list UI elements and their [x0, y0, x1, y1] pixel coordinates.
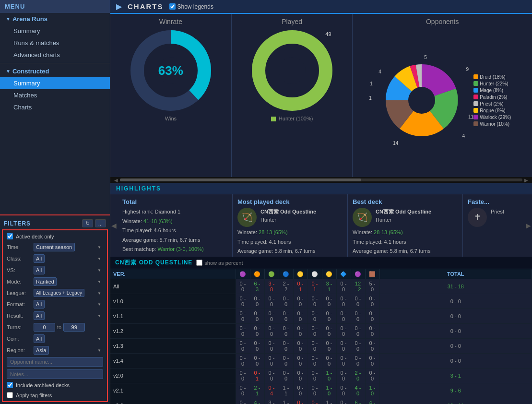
- svg-point-6: [408, 87, 435, 114]
- td-cell: 0 - 0: [264, 368, 279, 383]
- td-cell: 0 - 0: [351, 309, 365, 324]
- played-panel: Played 49 Hunter (100%): [232, 14, 353, 177]
- show-legends-checkbox[interactable]: [169, 3, 176, 10]
- filter-result-select[interactable]: All: [34, 311, 45, 320]
- fastest-icon: ✝: [468, 208, 487, 227]
- td-cell: 0 - 0: [322, 354, 336, 368]
- td-cell: 0 - 0: [322, 339, 336, 354]
- highlight-fastest-title: Faste...: [468, 198, 525, 205]
- table-row: v2.00 - 00 - 10 - 00 - 00 - 00 - 01 - 00…: [110, 368, 532, 383]
- td-cell: 0 - 0: [365, 368, 379, 383]
- filters-header-btns: ↻ ...: [82, 219, 106, 227]
- td-cell: 0 - 0: [307, 339, 322, 354]
- legend-warlock: Warlock (29%): [473, 115, 511, 120]
- highlight-most-played-title: Most played deck: [237, 198, 343, 205]
- td-cell: 0 - 0: [293, 324, 307, 339]
- filters-more-btn[interactable]: ...: [95, 219, 106, 227]
- scroll-right-arrow[interactable]: ▶: [522, 178, 530, 183]
- show-percent-checkbox[interactable]: [196, 260, 202, 266]
- notes-input-wrap: [3, 368, 107, 380]
- most-played-class: Hunter: [260, 216, 316, 224]
- highlights-left-arrow[interactable]: ◀: [110, 194, 118, 257]
- active-deck-label: Active deck only: [16, 234, 54, 239]
- filter-class-select[interactable]: All: [34, 254, 45, 263]
- sidebar-item-runs-matches[interactable]: Runs & matches: [0, 37, 110, 49]
- table-row: v2.10 - 02 - 10 - 41 - 10 - 00 - 01 - 00…: [110, 383, 532, 398]
- td-ver: v1.1: [110, 309, 236, 324]
- sidebar-divider: [0, 63, 110, 63]
- td-cell: 1 - 1: [279, 398, 293, 404]
- th-class-7: 🟡: [322, 269, 336, 279]
- filter-class-wrap: All: [34, 254, 103, 263]
- sidebar-item-constructed[interactable]: ▼ Constructed: [0, 65, 110, 77]
- filters-section: FILTERS ↻ ... Active deck only Time:: [0, 214, 110, 404]
- td-cell: 0 - 0: [336, 339, 351, 354]
- highlight-best-deck: Best deck 🏹 CN西索 Odd Questline Hunter Wi…: [348, 194, 463, 257]
- td-cell: 0 - 0: [307, 383, 322, 398]
- charts-scrollbar: ◀ ▶: [110, 177, 532, 183]
- filter-mode-select[interactable]: Ranked: [34, 277, 57, 286]
- filter-format-select[interactable]: All: [34, 300, 45, 309]
- td-cell: 0 - 0: [293, 383, 307, 398]
- td-cell: 9 - 6: [379, 383, 532, 398]
- legend-priest: Priest (2%): [473, 101, 511, 107]
- td-cell: 3 - 1: [379, 368, 532, 383]
- played-title: Played: [282, 18, 302, 25]
- td-cell: 3 - 4: [264, 398, 279, 404]
- th-class-5: 🟡: [293, 269, 307, 279]
- filter-mode-row: Mode: Ranked: [3, 276, 107, 287]
- td-cell: 3 - 1: [322, 279, 336, 294]
- sidebar-item-advanced-charts[interactable]: Advanced charts: [0, 49, 110, 61]
- include-archived-checkbox[interactable]: [7, 382, 13, 388]
- apply-tag-row: Apply tag filters: [3, 390, 107, 400]
- highlight-total-rank: Highest rank: Diamond 1: [122, 208, 227, 216]
- filter-region-row: Region: Asia: [3, 345, 107, 356]
- filter-time-select[interactable]: Current season: [34, 243, 75, 251]
- td-cell: 0 - 0: [336, 368, 351, 383]
- turns-from-input[interactable]: [34, 323, 55, 332]
- highlights-right-arrow[interactable]: ▶: [525, 194, 532, 257]
- filter-region-select[interactable]: Asia: [34, 346, 49, 355]
- charts-icon: ▶: [116, 2, 122, 11]
- opponent-input[interactable]: [7, 357, 103, 367]
- th-class-4: 🔵: [279, 269, 293, 279]
- td-cell: 0 - 0: [264, 294, 279, 309]
- highlights-section: Total Highest rank: Diamond 1 Winrate: 4…: [118, 194, 525, 257]
- winrate-panel: Winrate 63% Wins: [110, 14, 232, 177]
- td-cell: 0 - 0: [336, 354, 351, 368]
- notes-input[interactable]: [7, 369, 103, 379]
- filters-header: FILTERS ↻ ...: [0, 217, 110, 229]
- best-deck-info: CN西索 Odd Questline Hunter: [376, 208, 431, 227]
- active-deck-checkbox[interactable]: [7, 233, 13, 239]
- scroll-left-arrow[interactable]: ◀: [112, 178, 120, 183]
- td-cell: 0 - 0: [293, 339, 307, 354]
- pie-num-11: 11: [468, 114, 473, 119]
- filters-refresh-btn[interactable]: ↻: [82, 219, 93, 227]
- sidebar-item-arena-runs[interactable]: ▼ Arena Runs: [0, 13, 110, 25]
- best-deck-icon: 🏹: [353, 208, 372, 227]
- td-cell: 0 - 0: [236, 383, 250, 398]
- filter-league-select[interactable]: All Leagues + Legacy: [34, 289, 84, 297]
- apply-tag-checkbox[interactable]: [7, 392, 13, 398]
- sidebar-item-charts[interactable]: Charts: [0, 101, 110, 113]
- filter-coin-select[interactable]: All: [34, 334, 45, 343]
- legend-toggle[interactable]: Show legends: [169, 3, 213, 10]
- sidebar-item-arena-summary[interactable]: Summary: [0, 25, 110, 37]
- legend-hunter: Hunter (22%): [473, 81, 511, 86]
- sidebar-item-constructed-summary[interactable]: Summary: [0, 77, 110, 89]
- filter-result-wrap: All: [34, 311, 103, 320]
- td-cell: 0 - 0: [307, 354, 322, 368]
- filter-mode-wrap: Ranked: [34, 277, 103, 286]
- winrate-title: Winrate: [159, 18, 182, 25]
- filter-time-label: Time:: [7, 244, 32, 250]
- td-cell: 0 - 1: [307, 279, 322, 294]
- filter-vs-select[interactable]: All: [34, 266, 45, 274]
- td-cell: 0 - 0: [279, 354, 293, 368]
- sidebar-item-matches[interactable]: Matches: [0, 89, 110, 101]
- turns-to-input[interactable]: [63, 323, 85, 332]
- scrollbar-track[interactable]: [120, 178, 522, 181]
- th-class-8: 🔷: [336, 269, 351, 279]
- td-cell: 4 - 0: [365, 398, 379, 404]
- most-played-icon: 🏹: [237, 208, 257, 227]
- td-cell: 2 - 1: [250, 383, 264, 398]
